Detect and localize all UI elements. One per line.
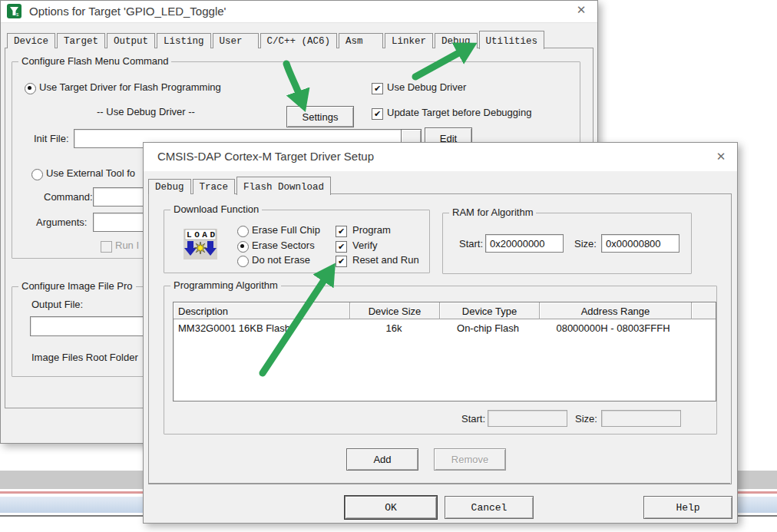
options-dialog-title: Options for Target 'GPIO_LED_Toggle' <box>29 5 226 18</box>
ok-button[interactable]: OK <box>345 496 437 519</box>
programming-algorithm-group-title: Programming Algorithm <box>170 279 281 291</box>
ram-for-algorithm-group-title: RAM for Algorithm <box>449 207 536 218</box>
use-debug-driver-note: -- Use Debug Driver -- <box>97 106 195 117</box>
button-row-separator <box>148 483 730 484</box>
check-icon: ✔ <box>374 110 381 118</box>
options-tab-strip: Device Target Output Listing User C/C++ … <box>7 28 546 48</box>
uvision-logo-icon: s <box>7 4 22 19</box>
load-flash-icon: LOAD <box>184 229 217 259</box>
program-label: Program <box>352 224 391 236</box>
use-target-driver-radio[interactable] <box>25 83 36 94</box>
verify-label: Verify <box>352 240 378 251</box>
remove-button[interactable]: Remove <box>434 448 506 471</box>
cmsis-close-icon[interactable]: ✕ <box>712 150 730 165</box>
check-icon: ✔ <box>374 84 381 93</box>
tab-debug-setup[interactable]: Debug <box>148 179 191 194</box>
ram-size-field[interactable]: 0x00000800 <box>601 234 679 253</box>
tab-linker[interactable]: Linker <box>385 33 433 48</box>
use-debug-driver-checkbox[interactable]: ✔ <box>372 83 383 94</box>
image-files-root-folder-label: Image Files Root Folder <box>31 352 138 363</box>
download-function-group-title: Download Function <box>170 203 262 215</box>
arguments-label: Arguments: <box>36 216 87 228</box>
tab-target[interactable]: Target <box>57 33 105 48</box>
algorithm-size-label: Size: <box>575 413 597 425</box>
update-target-checkbox[interactable]: ✔ <box>372 108 383 120</box>
cell-extra <box>689 319 716 337</box>
verify-checkbox[interactable]: ✔ <box>336 241 347 253</box>
tab-asm[interactable]: Asm <box>339 33 383 48</box>
do-not-erase-radio[interactable] <box>237 256 249 267</box>
ram-size-label: Size: <box>574 238 597 249</box>
ram-start-field[interactable]: 0x20000000 <box>485 234 564 253</box>
use-external-tool-label: Use External Tool fo <box>46 167 135 179</box>
tab-utilities[interactable]: Utilities <box>479 31 545 49</box>
update-target-checkbox-label: Update Target before Debugging <box>387 107 531 118</box>
cmsis-tab-strip: Debug Trace Flash Download <box>148 173 332 194</box>
erase-full-chip-radio[interactable] <box>237 226 249 237</box>
col-description[interactable]: Description <box>174 302 350 319</box>
tab-user[interactable]: User <box>213 33 259 48</box>
command-label: Command: <box>44 191 93 203</box>
algorithm-table: Description Device Size Device Type Addr… <box>173 302 716 401</box>
configure-flash-menu-group-title: Configure Flash Menu Command <box>18 55 171 67</box>
help-button[interactable]: Help <box>643 496 732 519</box>
check-icon: ✔ <box>338 243 345 251</box>
erase-full-chip-label: Erase Full Chip <box>252 224 320 236</box>
col-extra <box>692 302 716 319</box>
check-icon: ✔ <box>338 257 345 266</box>
algorithm-start-label: Start: <box>461 413 485 425</box>
algorithm-table-header: Description Device Size Device Type Addr… <box>174 302 716 319</box>
algorithm-start-field[interactable] <box>488 410 567 427</box>
table-row[interactable]: MM32G0001 16KB Flash 16k On-chip Flash 0… <box>174 319 716 337</box>
options-close-icon[interactable]: ✕ <box>572 3 590 18</box>
reset-and-run-label: Reset and Run <box>352 254 419 266</box>
settings-button[interactable]: Settings <box>286 106 354 127</box>
configure-image-file-group-title: Configure Image File Pro <box>18 280 136 292</box>
run-independent-label: Run I <box>115 240 139 251</box>
use-debug-driver-checkbox-label: Use Debug Driver <box>387 81 466 93</box>
col-device-size[interactable]: Device Size <box>350 302 440 319</box>
init-file-label: Init File: <box>34 133 69 144</box>
output-file-label: Output File: <box>31 299 83 310</box>
cmsis-dap-setup-dialog: CMSIS-DAP Cortex-M Target Driver Setup ✕… <box>143 142 738 524</box>
ram-start-label: Start: <box>459 238 483 249</box>
tab-output[interactable]: Output <box>107 33 155 48</box>
cell-device-size: 16k <box>349 319 438 337</box>
cell-address-range: 08000000H - 08003FFFH <box>537 319 689 337</box>
erase-sectors-label: Erase Sectors <box>252 240 315 251</box>
cancel-button[interactable]: Cancel <box>445 496 534 519</box>
use-external-tool-radio[interactable] <box>31 169 43 180</box>
use-target-driver-label: Use Target Driver for Flash Programming <box>39 81 221 93</box>
check-icon: ✔ <box>338 227 345 236</box>
add-button[interactable]: Add <box>346 448 418 471</box>
col-device-type[interactable]: Device Type <box>440 302 540 319</box>
col-address-range[interactable]: Address Range <box>540 302 692 319</box>
cell-description: MM32G0001 16KB Flash <box>174 319 349 337</box>
tab-trace[interactable]: Trace <box>193 179 236 194</box>
cmsis-dialog-title: CMSIS-DAP Cortex-M Target Driver Setup <box>157 150 374 163</box>
tab-flash-download[interactable]: Flash Download <box>236 177 331 195</box>
tab-cpp-ac6[interactable]: C/C++ (AC6) <box>260 33 338 48</box>
erase-sectors-radio[interactable] <box>237 241 249 253</box>
tab-device[interactable]: Device <box>7 33 55 48</box>
do-not-erase-label: Do not Erase <box>252 254 310 266</box>
run-independent-checkbox[interactable] <box>101 241 112 253</box>
tab-debug[interactable]: Debug <box>435 33 478 48</box>
reset-and-run-checkbox[interactable]: ✔ <box>336 256 347 267</box>
program-checkbox[interactable]: ✔ <box>336 226 347 237</box>
algorithm-size-field[interactable] <box>601 410 681 427</box>
tab-listing[interactable]: Listing <box>157 33 211 48</box>
cell-device-type: On-chip Flash <box>438 319 537 337</box>
